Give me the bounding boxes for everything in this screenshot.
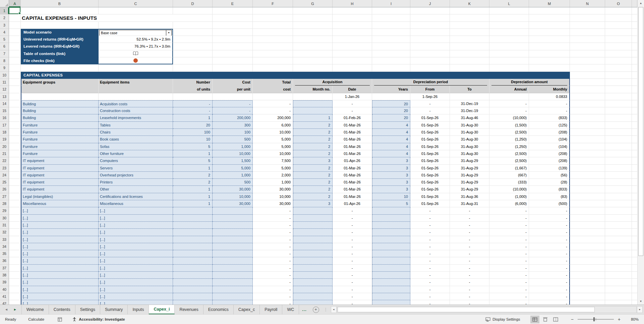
row-header-10[interactable]: 10 <box>0 72 9 79</box>
number-of-units-cell[interactable] <box>173 257 213 264</box>
depreciation-to-cell[interactable]: 31-Aug-29 <box>450 179 489 186</box>
grid-cell[interactable] <box>489 36 529 43</box>
grid-cell[interactable] <box>605 114 632 121</box>
grid-cell[interactable] <box>293 57 333 64</box>
depreciation-from-cell[interactable]: 01-Sep-26 <box>410 129 450 136</box>
depreciation-years-cell[interactable]: 3 <box>372 179 410 186</box>
capex-section-banner[interactable]: CAPITAL EXPENSES <box>21 72 570 79</box>
status-calculate[interactable]: Calculate <box>28 317 44 321</box>
cost-per-unit-cell[interactable]: - <box>213 107 253 114</box>
row-header-19[interactable]: 19 <box>0 136 9 143</box>
acquisition-date-cell[interactable]: 01-Mar-26 <box>333 165 372 172</box>
row-header-6[interactable]: 6 <box>0 43 9 50</box>
equipment-item-cell[interactable]: Printers <box>99 179 173 186</box>
depreciation-annual-cell[interactable]: - <box>489 207 529 214</box>
grid-cell[interactable] <box>293 36 333 43</box>
total-cost-cell[interactable]: - <box>253 100 293 107</box>
acquisition-month-cell[interactable] <box>293 207 333 214</box>
grid-cell[interactable] <box>605 72 632 79</box>
depreciation-to-cell[interactable]: 31-Aug-30 <box>450 143 489 150</box>
grid-cell[interactable] <box>570 300 605 305</box>
grid-cell[interactable] <box>9 279 21 286</box>
number-of-units-cell[interactable]: - <box>173 100 213 107</box>
depreciation-from-cell[interactable]: 01-Sep-26 <box>410 200 450 207</box>
grid-cell[interactable] <box>9 114 21 121</box>
depreciation-years-cell[interactable]: 4 <box>372 150 410 157</box>
grid-cell[interactable] <box>9 157 21 164</box>
zoom-slider[interactable] <box>578 319 614 320</box>
depreciation-monthly-cell[interactable]: - <box>529 107 570 114</box>
row-header-13[interactable]: 13 <box>0 93 9 100</box>
depreciation-to-cell[interactable]: 31-Aug-30 <box>450 122 489 129</box>
acquisition-date-cell[interactable]: - <box>333 243 372 250</box>
depreciation-monthly-cell[interactable]: - <box>529 229 570 236</box>
grid-cell[interactable] <box>570 243 605 250</box>
grid-cell[interactable] <box>570 193 605 200</box>
row-header-30[interactable]: 30 <box>0 215 9 222</box>
row-header-3[interactable]: 3 <box>0 22 9 29</box>
equipment-group-cell[interactable]: Furniture <box>21 143 99 150</box>
number-of-units-cell[interactable]: 1 <box>173 165 213 172</box>
equipment-item-cell[interactable]: [...] <box>99 207 173 214</box>
row-header-5[interactable]: 5 <box>0 36 9 43</box>
depreciation-from-cell[interactable]: - <box>410 100 450 107</box>
depreciation-years-cell[interactable]: 10 <box>372 193 410 200</box>
depreciation-to-cell[interactable]: - <box>450 272 489 279</box>
grid-cell[interactable] <box>570 179 605 186</box>
depreciation-from-cell[interactable]: 01-Sep-26 <box>410 157 450 164</box>
acquisition-date-cell[interactable]: - <box>333 300 372 305</box>
depreciation-to-cell[interactable]: - <box>450 215 489 222</box>
grid-cell[interactable] <box>372 93 410 100</box>
table-of-contents-link[interactable] <box>99 50 172 57</box>
number-of-units-cell[interactable]: 1 <box>173 186 213 193</box>
grid-cell[interactable] <box>9 22 21 29</box>
grid-cell[interactable] <box>372 57 410 64</box>
grid-cell[interactable] <box>605 215 632 222</box>
depreciation-to-cell[interactable]: - <box>450 236 489 243</box>
equipment-item-cell[interactable]: [...] <box>99 250 173 257</box>
equipment-group-cell[interactable]: Furniture <box>21 129 99 136</box>
acquisition-date-cell[interactable]: 01-Apr-26 <box>333 157 372 164</box>
sheet-tab-summary[interactable]: Summary <box>100 305 128 314</box>
per-unit-header[interactable]: per unit <box>213 86 253 93</box>
depreciation-monthly-cell[interactable]: (500) <box>529 200 570 207</box>
header-cell[interactable] <box>21 86 99 93</box>
grid-cell[interactable] <box>529 22 570 29</box>
depreciation-to-cell[interactable]: - <box>450 265 489 272</box>
grid-cell[interactable] <box>605 257 632 264</box>
scenario-panel-value[interactable] <box>99 57 173 64</box>
equipment-item-cell[interactable]: Chairs <box>99 129 173 136</box>
acquisition-month-cell[interactable]: 2 <box>293 193 333 200</box>
cost-per-unit-cell[interactable] <box>213 236 253 243</box>
depreciation-to-cell[interactable]: 31-Dec-19 <box>450 100 489 107</box>
grid-cell[interactable] <box>173 7 213 14</box>
grid-cell[interactable] <box>9 72 21 79</box>
h-scroll-left-icon[interactable]: ◄ <box>331 306 337 313</box>
depreciation-years-cell[interactable] <box>372 300 410 305</box>
grid-cell[interactable] <box>333 36 372 43</box>
grid-cell[interactable] <box>605 172 632 179</box>
grid-cell[interactable] <box>450 14 489 21</box>
depreciation-years-cell[interactable] <box>372 265 410 272</box>
depreciation-years-cell[interactable]: 20 <box>372 114 410 121</box>
acquisition-date-cell[interactable]: 01-Mar-26 <box>333 143 372 150</box>
number-header[interactable]: Number <box>173 79 213 86</box>
sheet-tab-revenues[interactable]: Revenues <box>175 305 203 314</box>
row-header-23[interactable]: 23 <box>0 165 9 172</box>
grid-cell[interactable] <box>489 14 529 21</box>
number-of-units-cell[interactable] <box>173 236 213 243</box>
row-header-28[interactable]: 28 <box>0 200 9 207</box>
total-cost-cell[interactable]: - <box>253 286 293 293</box>
grid-cell[interactable] <box>529 43 570 50</box>
grid-cell[interactable] <box>9 86 21 93</box>
equipment-group-cell[interactable]: [...] <box>21 300 99 305</box>
cost-per-unit-cell[interactable] <box>213 293 253 300</box>
cost-per-unit-cell[interactable]: 10,000 <box>213 193 253 200</box>
column-header-l[interactable]: L <box>489 0 529 7</box>
grid-cell[interactable] <box>570 229 605 236</box>
equipment-item-cell[interactable]: Overhead projectors <box>99 172 173 179</box>
acquisition-date-cell[interactable]: 01-Mar-26 <box>333 150 372 157</box>
depreciation-years-cell[interactable]: 4 <box>372 129 410 136</box>
depreciation-years-cell[interactable] <box>372 236 410 243</box>
scenario-panel-label[interactable]: Levered returns (IRR•EqM•GR) <box>21 43 99 50</box>
